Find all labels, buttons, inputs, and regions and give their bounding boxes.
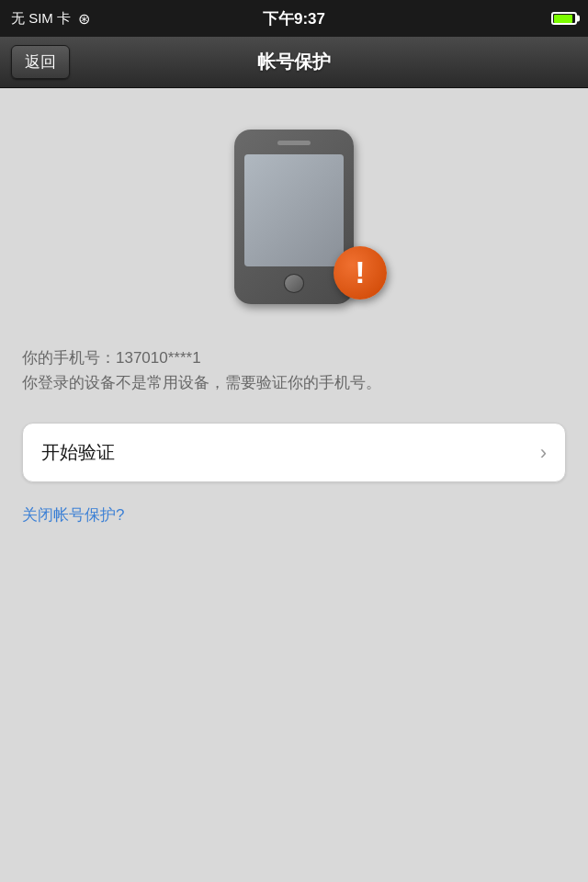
status-bar: 无 SIM 卡 ⊛ 下午9:37 <box>0 0 588 37</box>
description-line2: 你登录的设备不是常用设备，需要验证你的手机号。 <box>22 370 566 395</box>
verify-arrow-icon: › <box>540 441 547 465</box>
description-text: 你的手机号：137010****1 你登录的设备不是常用设备，需要验证你的手机号… <box>22 345 566 395</box>
nav-title: 帐号保护 <box>257 50 331 74</box>
close-account-protection-link[interactable]: 关闭帐号保护? <box>22 506 124 524</box>
battery-fill <box>554 15 572 23</box>
alert-badge: ! <box>334 246 387 300</box>
wifi-icon: ⊛ <box>78 10 90 28</box>
phone-screen <box>244 154 344 266</box>
battery-icon <box>551 12 577 25</box>
main-content: ! 你的手机号：137010****1 你登录的设备不是常用设备，需要验证你的手… <box>0 88 588 882</box>
back-button[interactable]: 返回 <box>11 45 70 79</box>
description-line1: 你的手机号：137010****1 <box>22 345 566 370</box>
verify-label: 开始验证 <box>41 440 115 465</box>
phone-icon-container: ! <box>22 116 566 318</box>
verify-button[interactable]: 开始验证 › <box>22 423 566 482</box>
alert-exclamation-icon: ! <box>355 256 365 288</box>
phone-home-button <box>284 274 304 293</box>
status-left: 无 SIM 卡 ⊛ <box>11 10 90 28</box>
nav-bar: 返回 帐号保护 <box>0 37 588 88</box>
status-time: 下午9:37 <box>263 8 325 29</box>
status-right <box>551 12 577 25</box>
sim-status: 无 SIM 卡 <box>11 10 71 28</box>
phone-speaker <box>277 141 311 145</box>
